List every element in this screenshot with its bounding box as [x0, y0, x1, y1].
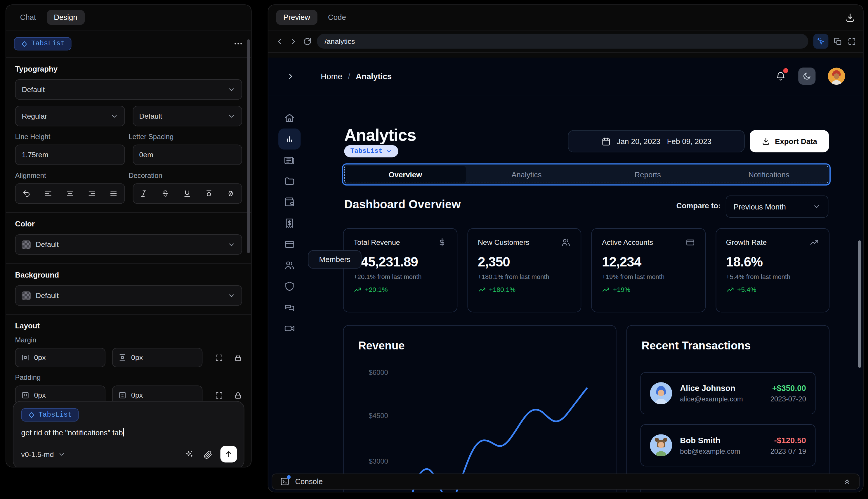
sidebar-item-security[interactable] [278, 276, 300, 297]
credit-card-icon [685, 238, 695, 247]
download-icon[interactable] [845, 13, 855, 23]
copy-icon[interactable] [833, 37, 843, 46]
align-justify-icon[interactable] [109, 189, 117, 197]
tab-design[interactable]: Design [47, 10, 85, 25]
font-size-select[interactable]: Default [133, 106, 242, 126]
font-weight-select[interactable]: Regular [15, 106, 125, 126]
breadcrumb: Home / Analytics [321, 72, 392, 80]
background-title: Background [15, 271, 242, 279]
no-decoration-icon[interactable] [226, 189, 235, 197]
background-value: Default [36, 291, 59, 300]
users-icon [284, 260, 295, 271]
lock-margin-icon[interactable] [234, 353, 242, 362]
tab-notifications[interactable]: Notifications [708, 165, 829, 184]
enhance-prompt-icon[interactable] [185, 449, 194, 459]
dollar-sign-icon [437, 238, 446, 247]
align-center-icon[interactable] [66, 189, 74, 197]
stat-title: Active Accounts [602, 238, 653, 246]
user-avatar[interactable] [828, 68, 845, 85]
avatar-image [650, 382, 672, 404]
align-left-icon[interactable] [44, 189, 52, 197]
sidebar-item-invoices[interactable] [278, 213, 300, 234]
compare-select[interactable]: Previous Month [726, 195, 828, 218]
reset-alignment-icon[interactable] [22, 189, 31, 197]
transaction-row-bob[interactable]: Bob Smith bob@example.com -$120.50 2023-… [641, 424, 816, 466]
date-range-button[interactable]: Jan 20, 2023 - Feb 09, 2023 [568, 130, 744, 152]
tab-analytics[interactable]: Analytics [466, 165, 587, 184]
tab-chat[interactable]: Chat [13, 10, 43, 25]
sidebar-expand-icon[interactable] [286, 72, 295, 80]
stat-title: New Customers [478, 238, 530, 246]
italic-icon[interactable] [140, 189, 148, 197]
export-data-button[interactable]: Export Data [750, 130, 829, 152]
transactions-card-title: Recent Transactions [627, 326, 829, 352]
preview-panel: Preview Code /analytics Home / Ana [268, 4, 864, 492]
sidebar-item-messages[interactable] [278, 297, 300, 318]
expand-padding-icon[interactable] [215, 391, 223, 399]
preview-scrollbar[interactable] [858, 241, 861, 368]
app-content: Analytics TabsList Jan 20, 2023 - Feb 09… [343, 95, 863, 492]
console-activity-dot [287, 475, 290, 479]
sidebar-item-cards[interactable] [278, 234, 300, 255]
sidebar-item-home[interactable] [278, 108, 300, 129]
calendar-icon [601, 136, 610, 146]
inspect-element-button[interactable] [814, 34, 829, 49]
background-select[interactable]: Default [15, 285, 242, 306]
chevron-down-icon [227, 112, 235, 120]
attach-file-icon[interactable] [203, 449, 212, 459]
margin-x-icon [21, 353, 30, 361]
breadcrumb-home[interactable]: Home [321, 72, 342, 80]
prompt-input[interactable]: get rid of the "notifications" tab [21, 428, 236, 437]
trending-up-icon [478, 286, 486, 294]
selected-element-chip[interactable]: TabsList [14, 37, 72, 50]
prompt-composer[interactable]: TabsList get rid of the "notifications" … [13, 401, 245, 467]
chevron-down-icon [813, 203, 821, 211]
avatar-image [828, 68, 845, 85]
line-height-input[interactable]: 1.75rem [15, 145, 125, 165]
prompt-context-chip[interactable]: TabsList [21, 408, 79, 421]
strikethrough-icon[interactable] [162, 189, 170, 197]
align-right-icon[interactable] [87, 189, 96, 197]
forward-icon[interactable] [289, 37, 298, 46]
theme-toggle-button[interactable] [798, 68, 816, 85]
overline-icon[interactable] [205, 189, 213, 197]
notifications-bell-button[interactable] [776, 71, 786, 82]
expand-console-icon[interactable] [843, 477, 851, 486]
sidebar-item-news[interactable] [278, 149, 300, 171]
margin-x-input[interactable]: 0px [15, 348, 106, 367]
lock-padding-icon[interactable] [234, 391, 242, 399]
underline-icon[interactable] [183, 189, 191, 197]
console-bar[interactable]: Console [272, 474, 859, 490]
sidebar-item-files[interactable] [278, 171, 300, 192]
sidebar-item-members[interactable] [278, 255, 300, 276]
margin-y-icon [118, 353, 127, 361]
sidebar-item-wallet[interactable] [278, 192, 300, 213]
fullscreen-icon[interactable] [847, 37, 856, 46]
tab-reports[interactable]: Reports [587, 165, 708, 184]
model-select[interactable]: v0-1.5-md [21, 450, 65, 458]
tab-overview[interactable]: Overview [345, 166, 466, 183]
url-input[interactable]: /analytics [317, 34, 808, 49]
color-select[interactable]: Default [15, 234, 242, 255]
more-options-icon[interactable] [233, 39, 243, 49]
tab-code[interactable]: Code [321, 10, 353, 25]
design-panel-scrollbar[interactable] [247, 39, 250, 253]
wallet-icon [284, 197, 295, 208]
letter-spacing-input[interactable]: 0em [133, 145, 242, 165]
send-button[interactable] [220, 446, 237, 462]
design-panel: Chat Design TabsList Typography Default … [5, 4, 251, 467]
margin-y-input[interactable]: 0px [112, 348, 203, 367]
transaction-row-alice[interactable]: Alice Johnson alice@example.com +$350.00… [641, 372, 816, 414]
back-icon[interactable] [275, 37, 284, 46]
sidebar-item-video[interactable] [278, 318, 300, 339]
sidebar-item-analytics[interactable] [278, 129, 300, 149]
selected-element-label: TabsList [31, 40, 65, 48]
inspected-element-chip[interactable]: TabsList [344, 145, 398, 157]
color-swatch [22, 240, 31, 249]
font-family-select[interactable]: Default [15, 79, 242, 100]
stat-card-new-customers: New Customers 2,350 +180.1% from last mo… [467, 228, 582, 312]
stat-trend-value: +180.1% [489, 286, 516, 294]
tab-preview[interactable]: Preview [276, 10, 317, 25]
expand-margin-icon[interactable] [215, 353, 223, 362]
refresh-icon[interactable] [303, 37, 312, 46]
